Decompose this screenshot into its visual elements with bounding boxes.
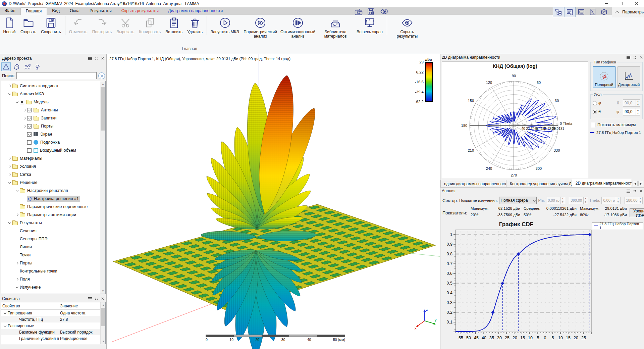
ribbon-button[interactable]: Повторить — [90, 16, 114, 35]
tree-row[interactable]: Подложка — [1, 138, 100, 146]
property-row[interactable]: Расширенные — [1, 322, 105, 329]
property-expander-icon[interactable] — [2, 310, 8, 316]
props-scroll-thumb[interactable] — [101, 308, 105, 326]
tree-row[interactable]: Материалы — [1, 154, 100, 162]
tree-row[interactable]: Точки — [1, 251, 100, 259]
tree-row[interactable]: Решение — [1, 179, 100, 187]
property-expander-icon[interactable] — [14, 336, 19, 341]
tree-row[interactable]: Условия — [1, 162, 100, 170]
abc-window-icon[interactable] — [576, 7, 587, 17]
tree-row[interactable]: Экран — [1, 130, 100, 138]
dock-tab[interactable]: 2D диаграмма направленности — [572, 179, 632, 187]
panel-menu-icon[interactable] — [627, 56, 630, 59]
menu-action[interactable]: Диаграмма направленности — [163, 7, 227, 15]
tree-expander-icon[interactable] — [14, 268, 20, 274]
cartesian-type-button[interactable]: Декартовый — [618, 66, 640, 88]
menu-tab[interactable]: Окна — [65, 7, 85, 15]
tree-expander-icon[interactable] — [14, 99, 20, 105]
ribbon-button[interactable]: Отменить — [67, 16, 90, 35]
scroll-up-icon[interactable]: ▲ — [100, 81, 106, 87]
tree-row[interactable]: Результаты — [1, 219, 100, 227]
tree-expander-icon[interactable] — [14, 244, 20, 250]
tab-scroll-left-icon[interactable]: ◀ — [633, 181, 638, 186]
tree-row[interactable]: Настройка решения #1 — [1, 195, 100, 203]
tree-expander-icon[interactable] — [7, 83, 12, 89]
tree-expander-icon[interactable] — [7, 91, 12, 97]
panel-dock-icon[interactable] — [633, 56, 636, 59]
tree-checkbox[interactable] — [20, 100, 24, 104]
scroll-down-icon[interactable]: ▼ — [101, 339, 106, 344]
phi-radio[interactable] — [593, 101, 597, 105]
tree-expander-icon[interactable] — [14, 252, 20, 258]
tree-search-input[interactable] — [16, 72, 97, 79]
tree-row[interactable]: Поля — [1, 275, 100, 283]
tree-scroll-thumb[interactable] — [101, 87, 105, 131]
panel-close-icon[interactable] — [639, 56, 643, 59]
params-collapse-area[interactable]: Параметры — [612, 7, 644, 17]
tree-row[interactable]: Порты — [1, 122, 100, 130]
tree-row[interactable]: Сечения — [1, 227, 100, 235]
tree-expander-icon[interactable] — [14, 277, 20, 282]
property-expander-icon[interactable] — [14, 317, 19, 322]
tree-row[interactable]: Сенсоры ППЭ — [1, 235, 100, 243]
tree-expander-icon[interactable] — [14, 204, 20, 209]
cdf-levels-button[interactable]: Уровни CDF — [630, 208, 644, 217]
tree-checkbox[interactable] — [27, 140, 32, 145]
panel-close-icon[interactable] — [101, 297, 104, 300]
maximize-button[interactable] — [614, 0, 629, 7]
ribbon-button[interactable]: Вырезать — [114, 16, 137, 35]
3d-model-icon[interactable] — [598, 7, 610, 17]
ribbon-button[interactable]: Копировать — [137, 16, 163, 35]
tree-row[interactable]: Антенны — [1, 106, 100, 114]
tree-row[interactable]: Настройки решателя — [1, 187, 100, 195]
tree-expander-icon[interactable] — [14, 188, 20, 193]
properties-window-icon[interactable] — [564, 7, 576, 17]
theta-from-spinner[interactable]: 0,00 гр ▲▼ — [601, 197, 620, 204]
tree-row[interactable]: Излучение — [1, 283, 100, 291]
phi-to-spinner[interactable]: 360,00 ▲▼ — [569, 197, 588, 204]
tree-row[interactable]: Параметры оптимизации — [1, 211, 100, 219]
tree-row[interactable]: Запитки — [1, 114, 100, 122]
ribbon-button[interactable]: Во весь экран — [354, 16, 387, 35]
properties-scrollbar[interactable]: ▲ ▼ — [100, 302, 105, 344]
minimize-button[interactable] — [599, 0, 614, 7]
menu-tab[interactable]: Файл — [0, 7, 20, 15]
polar-type-button[interactable]: Полярный — [593, 66, 615, 88]
tab-scroll-right-icon[interactable]: ▶ — [638, 181, 643, 186]
tree-expander-icon[interactable] — [14, 212, 20, 217]
theta-radio[interactable] — [593, 110, 597, 114]
tree-row[interactable]: Системы координат — [1, 82, 100, 90]
search-clear-icon[interactable] — [98, 72, 105, 79]
theta-to-spinner[interactable]: 180,00 ▲▼ — [625, 197, 643, 204]
tree-row[interactable]: ДН 27.8 ГГц 1 град — [1, 291, 100, 294]
coverage-select[interactable]: Полная сфера — [499, 197, 537, 204]
tree-expander-icon[interactable] — [22, 132, 27, 137]
ribbon-button[interactable]: Удалить — [185, 16, 207, 35]
tree-structure-icon[interactable] — [553, 7, 564, 17]
tree-checkbox[interactable] — [27, 132, 32, 137]
tree-expander-icon[interactable] — [22, 196, 27, 201]
ribbon-button[interactable]: Новый — [1, 16, 18, 35]
tree-row[interactable]: Порты — [1, 259, 100, 267]
panel-menu-icon[interactable] — [88, 297, 92, 300]
tree-expander-icon[interactable] — [7, 164, 12, 169]
spinner-arrows-icon[interactable]: ▲▼ — [636, 108, 640, 115]
menu-tab[interactable]: Главная — [20, 7, 47, 15]
property-row[interactable]: Базисные функции Высокий порядок — [1, 329, 105, 335]
panel-close-icon[interactable] — [101, 57, 104, 60]
spinner-arrows-icon[interactable]: ▲▼ — [638, 197, 642, 204]
script-log-icon[interactable] — [587, 7, 598, 17]
tree-expander-icon[interactable] — [22, 293, 27, 294]
tree-row[interactable]: Анализ МКЭ — [1, 90, 100, 98]
mesh-view-tool[interactable] — [12, 62, 21, 71]
ribbon-button[interactable]: Скрыть результаты — [388, 16, 426, 39]
phi-from-spinner[interactable]: 0,00 гр ▲▼ — [546, 197, 565, 204]
tree-checkbox[interactable] — [27, 124, 32, 129]
tree-expander-icon[interactable] — [22, 107, 27, 113]
tree-expander-icon[interactable] — [7, 172, 12, 177]
panel-menu-icon[interactable] — [627, 190, 630, 193]
boundary-tool[interactable] — [23, 62, 32, 71]
solid-view-tool[interactable] — [1, 62, 11, 71]
ribbon-button[interactable]: Запустить МКЭ — [208, 16, 241, 35]
tree-expander-icon[interactable] — [22, 148, 27, 153]
